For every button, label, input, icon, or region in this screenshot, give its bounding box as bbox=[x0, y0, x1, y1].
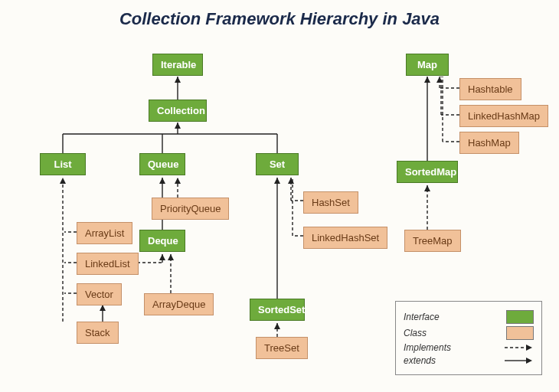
legend-implements-icon bbox=[503, 342, 534, 353]
node-hashmap: HashMap bbox=[459, 132, 519, 154]
legend-implements-label: Implements bbox=[404, 342, 451, 353]
node-map: Map bbox=[406, 54, 449, 76]
node-linkedhashmap: LinkedHashMap bbox=[459, 105, 548, 127]
node-sortedset: SortedSet bbox=[250, 299, 305, 321]
node-linkedlist: LinkedList bbox=[77, 253, 139, 275]
node-vector: Vector bbox=[77, 283, 122, 305]
node-iterable: Iterable bbox=[152, 54, 203, 76]
node-stack: Stack bbox=[77, 322, 119, 344]
legend-class-swatch bbox=[506, 326, 534, 340]
diagram-title: Collection Framework Hierarchy in Java bbox=[0, 9, 559, 29]
node-list: List bbox=[40, 153, 86, 175]
node-priorityqueue: PriorityQueue bbox=[152, 198, 229, 220]
node-treemap: TreeMap bbox=[404, 230, 461, 252]
legend-box: Interface Class Implements extends bbox=[395, 301, 542, 375]
legend-interface-swatch bbox=[506, 310, 534, 324]
node-sortedmap: SortedMap bbox=[397, 161, 458, 183]
node-hashtable: Hashtable bbox=[459, 78, 521, 100]
node-set: Set bbox=[256, 153, 299, 175]
node-deque: Deque bbox=[139, 230, 185, 252]
node-arraylist: ArrayList bbox=[77, 222, 132, 244]
node-linkedhashset: LinkedHashSet bbox=[303, 227, 387, 249]
node-treeset: TreeSet bbox=[256, 337, 308, 359]
node-queue: Queue bbox=[139, 153, 185, 175]
node-hashset: HashSet bbox=[303, 191, 358, 214]
node-arraydeque: ArrayDeque bbox=[144, 293, 214, 315]
legend-extends-icon bbox=[503, 355, 534, 366]
legend-interface-label: Interface bbox=[404, 312, 440, 322]
legend-class-label: Class bbox=[404, 328, 427, 338]
node-collection: Collection bbox=[149, 100, 207, 122]
legend-extends-label: extends bbox=[404, 355, 436, 366]
